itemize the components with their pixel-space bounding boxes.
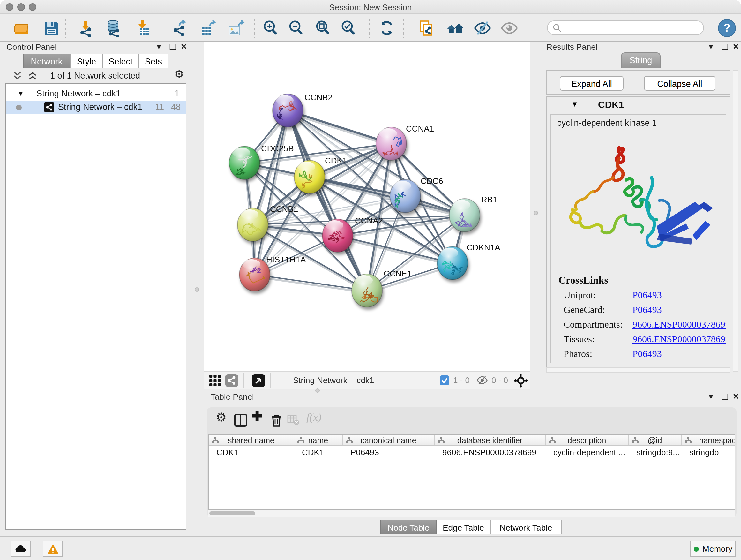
results-panel-maximize-icon[interactable]: ❑ bbox=[721, 42, 729, 52]
results-panel-close-icon[interactable]: ✕ bbox=[733, 42, 739, 51]
open-session-icon[interactable] bbox=[13, 19, 30, 37]
column-header[interactable]: description bbox=[546, 435, 629, 445]
table-panel-maximize-icon[interactable]: ❑ bbox=[721, 392, 729, 401]
left-splitter-handle[interactable] bbox=[195, 287, 199, 292]
network-canvas[interactable]: CCNB2CCNA1CDC25BCDK1CDC6RB1CCNB1CCNA2CDK… bbox=[204, 42, 530, 371]
table-panel-close-icon[interactable]: ✕ bbox=[733, 392, 739, 401]
birdseye-icon[interactable] bbox=[209, 374, 221, 387]
collapse-all-button[interactable]: Collapse All bbox=[644, 76, 716, 91]
copy-icon[interactable] bbox=[418, 19, 436, 37]
table-row[interactable]: CDK1CDK1P064939606.ENSP00000378699cyclin… bbox=[209, 446, 735, 457]
results-panel-float-icon[interactable]: ▼ bbox=[707, 42, 715, 51]
export-network-icon[interactable] bbox=[171, 19, 189, 37]
node-label: CDKN1A bbox=[467, 243, 500, 252]
table-cell[interactable]: P06493 bbox=[343, 446, 434, 457]
control-panel-float-icon[interactable]: ▼ bbox=[155, 42, 163, 51]
refresh-icon[interactable] bbox=[378, 19, 396, 37]
table-cell[interactable]: cyclin-dependent ... bbox=[546, 446, 629, 457]
table-panel-float-icon[interactable]: ▼ bbox=[707, 392, 715, 401]
column-header[interactable]: name bbox=[294, 435, 343, 445]
gene-expander-icon[interactable]: ▼ bbox=[571, 100, 578, 108]
tab-edge-table[interactable]: Edge Table bbox=[436, 520, 490, 535]
export-image-icon[interactable] bbox=[227, 19, 245, 37]
network-node[interactable]: RB1 bbox=[449, 195, 497, 232]
export-table-icon[interactable] bbox=[199, 19, 217, 37]
share-network-icon[interactable] bbox=[225, 374, 238, 387]
warning-icon bbox=[47, 544, 58, 554]
network-collection-row[interactable]: ▼ String Network – cdk1 1 bbox=[6, 87, 186, 101]
add-column-icon[interactable]: ✚ bbox=[252, 409, 263, 424]
crosslinks-title: CrossLinks bbox=[558, 274, 608, 286]
warning-button[interactable] bbox=[43, 541, 63, 557]
table-options-gear-icon[interactable]: ⚙ bbox=[216, 410, 226, 425]
memory-label: Memory bbox=[702, 544, 732, 554]
window-title: Session: New Session bbox=[0, 3, 741, 12]
pan-crosshair-icon[interactable] bbox=[514, 374, 528, 388]
delete-column-icon[interactable] bbox=[269, 413, 283, 427]
crosslink-value-link[interactable]: P06493 bbox=[632, 349, 662, 360]
column-header[interactable]: database identifier bbox=[434, 435, 546, 445]
table-panel-title: Table Panel bbox=[211, 392, 254, 401]
column-header[interactable]: @id bbox=[629, 435, 682, 445]
expand-all-button[interactable]: Expand All bbox=[560, 76, 623, 91]
tab-string[interactable]: String bbox=[621, 52, 661, 68]
crosslink-value-link[interactable]: 9606.ENSP00000378699 bbox=[632, 319, 726, 330]
control-panel-maximize-icon[interactable]: ❑ bbox=[169, 42, 177, 52]
table-scrollbar-thumb[interactable] bbox=[209, 511, 255, 515]
zoom-selected-icon[interactable] bbox=[340, 19, 357, 37]
column-header[interactable]: shared name bbox=[209, 435, 294, 445]
crosslink-label: Tissues: bbox=[563, 334, 632, 345]
export-view-icon[interactable] bbox=[252, 374, 265, 387]
hidden-eye-icon[interactable] bbox=[477, 375, 488, 386]
import-table-file-icon[interactable] bbox=[134, 19, 152, 37]
zoom-fit-icon[interactable] bbox=[314, 19, 332, 37]
import-network-file-icon[interactable] bbox=[78, 19, 96, 37]
tab-style[interactable]: Style bbox=[70, 54, 103, 68]
crosslink-value-link[interactable]: P06493 bbox=[632, 290, 662, 301]
results-vertical-scrollbar[interactable] bbox=[733, 70, 738, 372]
tab-network[interactable]: Network bbox=[23, 54, 70, 68]
table-horizontal-scrollbar[interactable] bbox=[208, 509, 735, 516]
main-toolbar: ? bbox=[0, 15, 741, 42]
collection-expander-icon[interactable]: ▼ bbox=[17, 89, 24, 97]
table-cell[interactable]: CDK1 bbox=[209, 446, 294, 457]
network-node[interactable]: CCNA1 bbox=[376, 124, 434, 160]
selected-checkbox-icon[interactable] bbox=[440, 375, 449, 385]
network-node-count: 11 bbox=[155, 102, 164, 112]
column-header[interactable]: canonical name bbox=[343, 435, 434, 445]
import-network-database-icon[interactable] bbox=[105, 19, 123, 37]
table-cell[interactable]: stringdb bbox=[682, 446, 735, 457]
save-session-icon[interactable] bbox=[42, 19, 60, 37]
help-button[interactable]: ? bbox=[718, 19, 736, 37]
first-neighbors-icon[interactable] bbox=[447, 19, 465, 37]
tab-network-table[interactable]: Network Table bbox=[490, 520, 562, 535]
search-input[interactable] bbox=[547, 20, 704, 35]
table-cell[interactable]: 9606.ENSP00000378699 bbox=[434, 446, 546, 457]
network-row[interactable]: String Network – cdk1 11 48 bbox=[6, 101, 186, 114]
network-node[interactable]: HIST1H1A bbox=[239, 255, 306, 291]
cloud-button[interactable] bbox=[11, 541, 30, 557]
tab-sets[interactable]: Sets bbox=[138, 54, 169, 68]
table-cell[interactable]: CDK1 bbox=[294, 446, 343, 457]
zoom-out-icon[interactable] bbox=[287, 19, 305, 37]
memory-button[interactable]: Memory bbox=[690, 541, 736, 557]
node-label: CDC6 bbox=[421, 176, 443, 186]
crosslink-value-link[interactable]: 9606.ENSP00000378699 bbox=[632, 334, 726, 345]
control-panel-close-icon[interactable]: ✕ bbox=[181, 42, 187, 51]
tab-select[interactable]: Select bbox=[103, 54, 138, 68]
network-node[interactable]: CDKN1A bbox=[437, 243, 500, 280]
show-all-icon[interactable] bbox=[500, 19, 518, 37]
crosslink-value-link[interactable]: P06493 bbox=[632, 305, 662, 315]
show-columns-icon[interactable] bbox=[233, 413, 248, 427]
results-horizontal-scrollbar[interactable] bbox=[546, 367, 730, 373]
crosslink-row: GeneCard:P06493 bbox=[563, 305, 723, 315]
network-options-gear-icon[interactable]: ⚙ bbox=[174, 68, 184, 81]
node-label: CCNA2 bbox=[355, 216, 383, 226]
zoom-in-icon[interactable] bbox=[262, 19, 280, 37]
hide-selected-icon[interactable] bbox=[474, 19, 491, 37]
right-splitter-handle[interactable] bbox=[534, 211, 538, 215]
column-header[interactable]: namespace bbox=[682, 435, 735, 445]
column-type-icon bbox=[549, 437, 556, 444]
tab-node-table[interactable]: Node Table bbox=[381, 520, 436, 535]
table-cell[interactable]: stringdb:9... bbox=[629, 446, 682, 457]
